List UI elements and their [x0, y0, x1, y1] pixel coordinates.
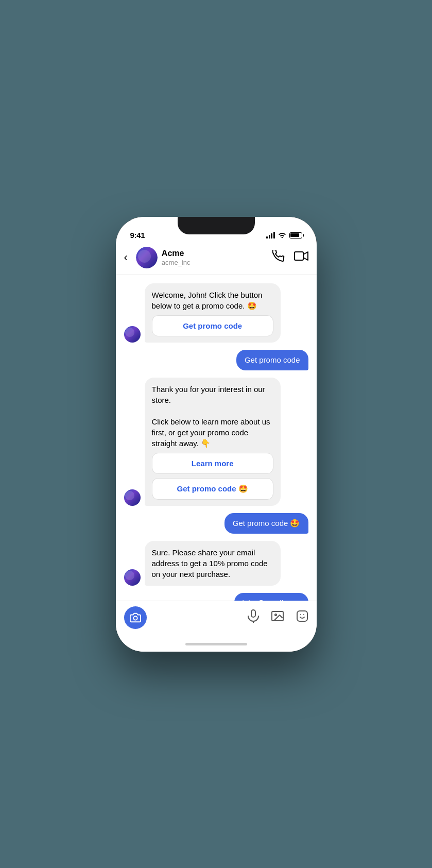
header-name: Acme	[162, 248, 268, 258]
bot-text-2: Thank you for your interest in our store…	[152, 384, 273, 449]
bot-bubble-1: Welcome, John! Click the button below to…	[145, 283, 281, 343]
svg-rect-2	[251, 610, 255, 617]
bot-bubble-2: Thank you for your interest in our store…	[145, 378, 281, 506]
home-indicator	[116, 637, 317, 652]
bot-message-1: Welcome, John! Click the button below to…	[124, 283, 281, 343]
signal-bars-icon	[266, 232, 275, 239]
bottom-bar	[116, 601, 317, 637]
battery-icon	[289, 232, 302, 239]
bot-avatar-3	[124, 569, 141, 586]
svg-rect-4	[272, 611, 283, 621]
svg-rect-0	[295, 252, 303, 260]
microphone-icon[interactable]	[248, 609, 259, 626]
bot-text-3: Sure. Please share your email address to…	[152, 547, 273, 580]
get-promo-code-btn-1[interactable]: Get promo code	[152, 315, 273, 336]
video-call-icon[interactable]	[294, 250, 308, 265]
sticker-icon[interactable]	[296, 610, 308, 625]
header-actions	[272, 250, 308, 265]
user-message-1: Get promo code	[124, 350, 308, 370]
bottom-icons	[248, 609, 308, 626]
learn-more-btn[interactable]: Learn more	[152, 453, 273, 474]
svg-rect-6	[297, 611, 307, 621]
bot-message-3: Sure. Please share your email address to…	[124, 541, 281, 586]
bot-bubble-3: Sure. Please share your email address to…	[145, 541, 281, 586]
status-time: 9:41	[130, 231, 145, 240]
user-text-2: Get promo code 🤩	[233, 519, 300, 527]
user-text-1: Get promo code	[245, 355, 300, 364]
avatar	[136, 247, 158, 268]
header-username: acme_inc	[162, 259, 268, 266]
user-bubble-1: Get promo code	[236, 350, 308, 370]
bot-avatar-1	[124, 326, 141, 343]
svg-point-5	[275, 614, 277, 616]
user-bubble-2: Get promo code 🤩	[224, 513, 308, 534]
phone-screen: 9:41 ‹	[116, 217, 317, 652]
status-icons	[266, 231, 302, 240]
chat-header: ‹ Acme acme_inc	[116, 243, 317, 275]
image-icon[interactable]	[271, 610, 284, 625]
bot-message-2: Thank you for your interest in our store…	[124, 378, 281, 506]
notch	[178, 217, 255, 234]
phone-frame: 9:41 ‹	[116, 217, 317, 652]
user-bubble-3: john@gmail.com	[234, 593, 308, 601]
header-info: Acme acme_inc	[162, 248, 268, 266]
chat-area: Welcome, John! Click the button below to…	[116, 275, 317, 601]
back-button[interactable]: ‹	[124, 249, 132, 266]
wifi-icon	[278, 231, 286, 240]
user-message-3: john@gmail.com	[124, 593, 308, 601]
get-promo-code-btn-2[interactable]: Get promo code 🤩	[152, 478, 273, 500]
bot-text-1: Welcome, John! Click the button below to…	[152, 290, 273, 311]
camera-button[interactable]	[124, 606, 147, 629]
user-message-2: Get promo code 🤩	[124, 513, 308, 534]
bot-avatar-2	[124, 489, 141, 506]
svg-point-1	[133, 616, 137, 620]
call-icon[interactable]	[272, 250, 285, 265]
